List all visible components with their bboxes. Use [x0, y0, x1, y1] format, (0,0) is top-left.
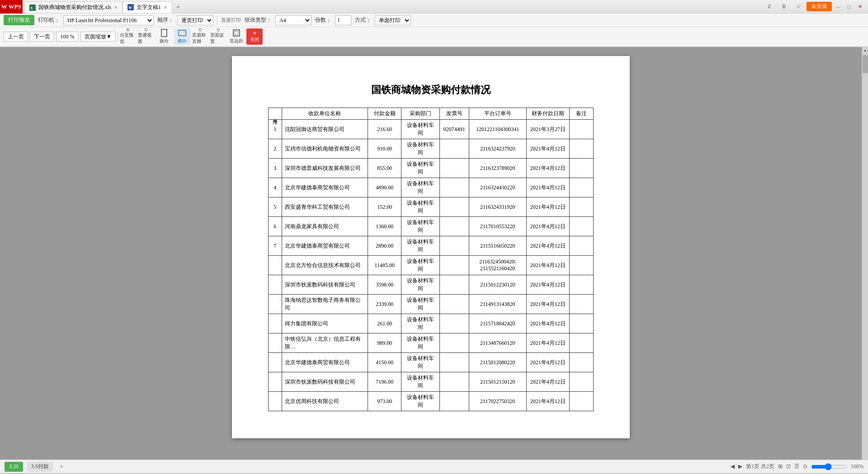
- normal-view-button[interactable]: 普通视图: [138, 28, 154, 45]
- toolbar-row1: 打印预览 打印机： HP LaserJet Professional P1106…: [0, 14, 868, 27]
- th-name: 收款单位名称: [282, 108, 368, 120]
- cell-dept: 设备材料车间: [401, 236, 440, 256]
- table-row: 1沈阳冠御达商贸有限公司216.60设备材料车间0207449112012211…: [269, 120, 594, 139]
- titlebar-z-btn[interactable]: Z: [763, 0, 776, 13]
- cell-order: 2117010553220: [469, 217, 526, 236]
- cell-remark: [569, 120, 593, 139]
- header-footer-button[interactable]: 页眉和页脚: [192, 28, 208, 45]
- scrollbar-right[interactable]: ▲: [862, 47, 868, 460]
- cell-seq: [269, 314, 282, 333]
- cell-amount: 910.00: [368, 139, 401, 159]
- cell-dept: 设备材料车间: [401, 217, 440, 236]
- cell-date: 2021年4月12日: [526, 159, 569, 178]
- copies-input[interactable]: [335, 15, 351, 25]
- table-row: 得力集团有限公司261.00设备材料车间21157188424202021年4月…: [269, 314, 594, 333]
- cell-remark: [569, 139, 593, 159]
- table-row: 5西安盛青华科工贸有限公司152.00设备材料车间211632433192020…: [269, 197, 594, 217]
- cell-amount: 7196.00: [368, 372, 401, 392]
- titlebar-star-btn[interactable]: ☆: [792, 0, 805, 13]
- th-remark: 备注: [569, 108, 593, 120]
- table-row: 北京北方恰合信息技术有限公司11485.00设备材料车间211632450042…: [269, 256, 594, 275]
- zoom-dropdown-button[interactable]: 页面缩放▼: [80, 32, 116, 42]
- cell-remark: [569, 236, 593, 256]
- mode-select[interactable]: 单面打印: [375, 15, 411, 25]
- cell-date: 2021年4月12日: [526, 197, 569, 217]
- cell-date: 2021年3月27日: [526, 120, 569, 139]
- view-table-icon[interactable]: ⊡: [786, 463, 791, 470]
- tab-close-1[interactable]: ✕: [114, 5, 118, 10]
- cell-invoice: [440, 178, 469, 197]
- svg-rect-13: [217, 28, 220, 31]
- titlebar-b-btn[interactable]: B: [778, 0, 790, 13]
- svg-rect-8: [161, 29, 167, 37]
- cell-dept: 设备材料车间: [401, 159, 440, 178]
- titlebar: W WPS X 国铁商城物资采购付款情况.xls ✕ W 文字文稿1 ✕ + Z…: [0, 0, 868, 14]
- cell-order: 2115012230120: [469, 275, 526, 295]
- cell-amount: 4890.00: [368, 178, 401, 197]
- minimize-button[interactable]: —: [834, 2, 843, 11]
- cell-order: 2116323789020: [469, 159, 526, 178]
- prev-page-button[interactable]: 上一页: [4, 32, 28, 42]
- cell-date: 2021年4月12日: [526, 353, 569, 372]
- table-row: 珠海纳思达智数电子商务有限公司2339.00设备材料车间211491314382…: [269, 295, 594, 314]
- cell-remark: [569, 197, 593, 217]
- cell-order: 2116324237920: [469, 139, 526, 159]
- login-button[interactable]: 未登录: [807, 2, 832, 11]
- view-circle-icon[interactable]: ⊙: [803, 463, 807, 470]
- close-window-button[interactable]: ✕: [855, 2, 864, 11]
- sheet-tab-1[interactable]: 3.20: [5, 462, 23, 472]
- cell-remark: [569, 275, 593, 295]
- portrait-button[interactable]: 纵向: [156, 28, 172, 45]
- cell-invoice: [440, 139, 469, 159]
- scroll-left-btn[interactable]: ◀: [731, 463, 735, 470]
- cell-amount: 261.00: [368, 314, 401, 333]
- table-row: 6河南鼎龙家具有限公司1360.00设备材料车间2117010553220202…: [269, 217, 594, 236]
- new-tab-button[interactable]: +: [172, 1, 184, 13]
- wps-logo[interactable]: W WPS: [0, 0, 23, 14]
- th-amount: 付款金额: [368, 108, 401, 120]
- sheet-tab-2[interactable]: 3.5付款: [27, 462, 53, 472]
- cell-amount: 216.60: [368, 120, 401, 139]
- print-preview-button[interactable]: 打印预览: [4, 15, 34, 25]
- view-grid-icon[interactable]: ⊞: [778, 463, 783, 470]
- paper-select[interactable]: A4: [275, 15, 311, 25]
- split-preview-button[interactable]: 分页预览: [120, 28, 136, 45]
- cell-invoice: [440, 256, 469, 275]
- cell-amount: 4150.00: [368, 353, 401, 372]
- scroll-right-btn[interactable]: ▶: [738, 463, 742, 470]
- zoom-input[interactable]: [56, 32, 79, 42]
- scroll-thumb[interactable]: [863, 55, 868, 73]
- maximize-button[interactable]: □: [844, 2, 854, 11]
- view-list-icon[interactable]: ☰: [794, 463, 799, 470]
- cell-remark: [569, 353, 593, 372]
- landscape-button[interactable]: 横向: [174, 28, 190, 45]
- cell-name: 北京华建德泰商贸有限公司: [282, 353, 368, 372]
- landscape-icon: [178, 29, 186, 37]
- zoom-slider[interactable]: [811, 463, 847, 470]
- cell-amount: 152.00: [368, 197, 401, 217]
- close-preview-button[interactable]: ✕ 关闭: [246, 28, 263, 45]
- cell-seq: [269, 295, 282, 314]
- order-select[interactable]: 逐页打印: [177, 15, 213, 25]
- svg-rect-18: [235, 31, 238, 35]
- table-row: 北京优周科技有限公司973.00设备材料车间21170227503202021年…: [269, 392, 594, 411]
- toolbar-row2: 上一页 下一页 页面缩放▼ 分页预览 普通视图 纵向 横向 页眉和页脚 页面设置…: [0, 27, 868, 47]
- portrait-icon: [160, 29, 168, 37]
- tab-close-2[interactable]: ✕: [164, 5, 167, 10]
- table-row: 3深圳市德普威科技发展有限公司855.00设备材料车间2116323789020…: [269, 159, 594, 178]
- cell-name: 河南鼎龙家具有限公司: [282, 217, 368, 236]
- cell-name: 中铁信弘兴（北京）信息工程有限…: [282, 333, 368, 353]
- tab-doc[interactable]: W 文字文稿1 ✕: [123, 1, 172, 13]
- page-container[interactable]: 国铁商城物资采购付款情况 序号 收款单位名称 付款金额 采购部门 发票号 平台订…: [0, 47, 862, 460]
- data-table: 序号 收款单位名称 付款金额 采购部门 发票号 平台订单号 财务付款日期 备注 …: [268, 108, 594, 411]
- tab-xlsx[interactable]: X 国铁商城物资采购付款情况.xls ✕: [24, 1, 123, 13]
- margins-button[interactable]: 页边距: [228, 28, 245, 45]
- next-page-button[interactable]: 下一页: [30, 32, 54, 42]
- add-sheet-button[interactable]: +: [57, 462, 66, 471]
- cell-dept: 设备材料车间: [401, 275, 440, 295]
- printer-select[interactable]: HP LaserJet Professional P1106: [63, 15, 154, 25]
- margins-icon: [232, 29, 241, 37]
- doc-icon: W: [127, 4, 134, 10]
- page-setup-button[interactable]: 页面设置: [210, 28, 226, 45]
- scroll-up-arrow[interactable]: ▲: [862, 47, 868, 53]
